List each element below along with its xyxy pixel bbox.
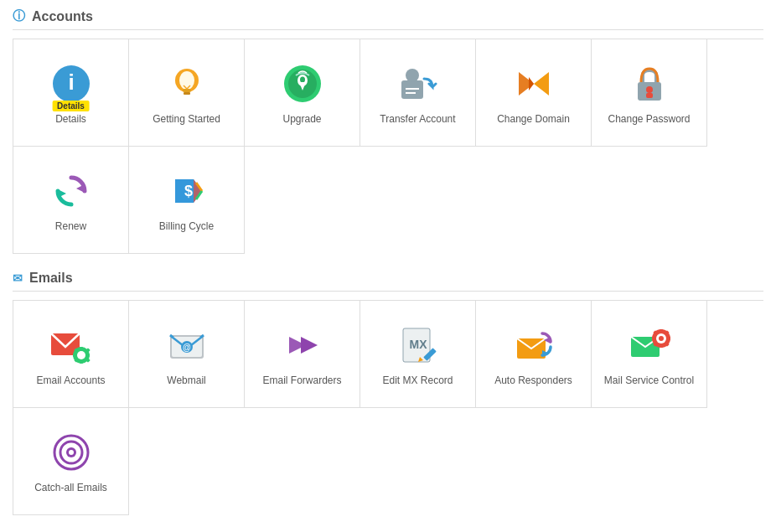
mail-service-control-label: Mail Service Control (604, 374, 694, 386)
upgrade-icon (282, 64, 323, 104)
billing-cycle-item[interactable]: $ Billing Cycle (129, 147, 245, 254)
mail-service-control-icon (628, 325, 671, 365)
mail-service-control-icon-wrap (627, 323, 672, 368)
svg-rect-58 (660, 329, 663, 333)
svg-point-57 (659, 336, 664, 341)
catch-all-emails-item[interactable]: Catch-all Emails (13, 408, 129, 515)
svg-point-14 (406, 69, 419, 82)
auto-responders-label: Auto Responders (494, 374, 572, 386)
svg-marker-19 (529, 77, 534, 90)
change-domain-item[interactable]: Change Domain (476, 39, 592, 147)
edit-mx-record-icon: MX (398, 325, 438, 365)
svg-marker-45 (301, 337, 318, 354)
renew-label: Renew (55, 220, 86, 232)
svg-text:$: $ (184, 183, 193, 199)
getting-started-icon (167, 64, 207, 104)
auto-responders-icon (512, 325, 556, 365)
change-password-label: Change Password (608, 113, 690, 125)
billing-cycle-icon: $ (167, 171, 207, 211)
details-icon: i (51, 64, 91, 104)
email-accounts-icon-wrap (49, 323, 94, 368)
details-item[interactable]: i Details Details (13, 39, 129, 147)
svg-rect-61 (667, 337, 670, 340)
email-accounts-icon (49, 325, 93, 365)
change-password-icon-wrap (627, 61, 672, 106)
change-domain-icon (512, 64, 556, 104)
svg-point-3 (179, 71, 194, 90)
svg-point-69 (69, 450, 74, 455)
edit-mx-record-label: Edit MX Record (382, 374, 453, 386)
accounts-title: Accounts (32, 9, 93, 24)
catch-all-emails-icon (51, 432, 91, 473)
svg-rect-60 (652, 337, 655, 340)
renew-icon (51, 171, 91, 211)
upgrade-label: Upgrade (282, 113, 321, 125)
upgrade-icon-wrap (280, 61, 325, 106)
email-forwarders-label: Email Forwarders (262, 374, 341, 386)
svg-point-21 (646, 86, 653, 93)
accounts-section-header: ⓘ Accounts (13, 8, 763, 30)
webmail-label: Webmail (167, 374, 205, 386)
emails-section-header: ✉ Emails (13, 271, 763, 292)
transfer-account-item[interactable]: Transfer Account (360, 39, 476, 147)
svg-text:MX: MX (409, 338, 427, 351)
email-accounts-item[interactable]: Email Accounts (13, 301, 129, 408)
details-icon-wrap: i Details (49, 61, 94, 106)
change-password-item[interactable]: Change Password (592, 39, 707, 147)
catch-all-emails-label: Catch-all Emails (34, 482, 107, 493)
svg-rect-59 (660, 344, 663, 348)
webmail-item[interactable]: @ Webmail (129, 301, 245, 408)
svg-rect-5 (184, 92, 190, 95)
edit-mx-record-icon-wrap: MX (396, 323, 441, 368)
email-forwarders-item[interactable]: Email Forwarders (245, 301, 360, 408)
email-forwarders-icon-wrap (280, 323, 325, 368)
emails-title: Emails (29, 271, 73, 286)
svg-rect-22 (646, 93, 653, 98)
svg-text:i: i (68, 70, 74, 95)
svg-marker-23 (76, 184, 85, 193)
svg-rect-33 (80, 360, 83, 364)
svg-marker-17 (534, 72, 549, 96)
catch-all-emails-icon-wrap (49, 430, 94, 475)
change-domain-icon-wrap (511, 61, 556, 106)
transfer-account-label: Transfer Account (380, 113, 455, 125)
info-icon: ⓘ (13, 8, 25, 24)
email-section-icon: ✉ (13, 271, 23, 285)
mail-service-control-item[interactable]: Mail Service Control (592, 301, 707, 408)
details-badge: Details (52, 101, 90, 111)
auto-responders-item[interactable]: Auto Responders (476, 301, 592, 408)
emails-grid: Email Accounts @ Webmail E (13, 300, 763, 515)
svg-rect-4 (183, 89, 191, 92)
transfer-account-icon (397, 64, 439, 104)
change-domain-label: Change Domain (497, 113, 570, 125)
getting-started-item[interactable]: Getting Started (129, 39, 245, 147)
getting-started-label: Getting Started (153, 113, 220, 125)
webmail-icon: @ (167, 325, 207, 365)
svg-rect-34 (73, 354, 76, 357)
details-label: Details (55, 113, 86, 125)
auto-responders-icon-wrap (511, 323, 556, 368)
renew-icon-wrap (49, 168, 94, 214)
billing-cycle-icon-wrap: $ (164, 168, 210, 214)
getting-started-icon-wrap (164, 61, 210, 106)
svg-point-31 (77, 351, 85, 359)
svg-marker-24 (58, 189, 66, 198)
renew-item[interactable]: Renew (13, 147, 129, 254)
upgrade-item[interactable]: Upgrade (245, 39, 360, 147)
svg-rect-35 (86, 354, 90, 357)
svg-point-11 (300, 76, 305, 82)
svg-text:@: @ (183, 343, 191, 352)
webmail-icon-wrap: @ (164, 323, 210, 368)
billing-cycle-label: Billing Cycle (159, 220, 214, 232)
transfer-account-icon-wrap (396, 61, 441, 106)
change-password-icon (629, 64, 670, 104)
edit-mx-record-item[interactable]: MX Edit MX Record (360, 301, 476, 408)
svg-rect-32 (80, 347, 83, 350)
email-accounts-label: Email Accounts (36, 374, 105, 386)
accounts-grid: i Details Details Getting Started (13, 39, 763, 254)
email-forwarders-icon (282, 325, 323, 365)
